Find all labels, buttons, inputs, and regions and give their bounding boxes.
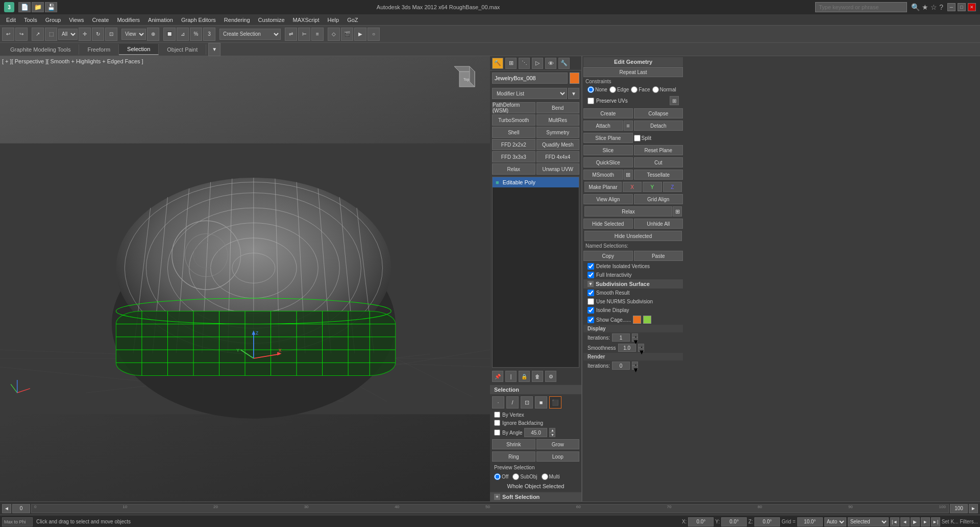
pin-stack-icon[interactable]: 📌 bbox=[492, 371, 503, 382]
material-editor-btn[interactable]: ◇ bbox=[328, 28, 340, 41]
percent-snap-btn[interactable]: % bbox=[190, 28, 202, 41]
go-start-btn[interactable]: |◄ bbox=[890, 517, 899, 526]
make-planar-z-btn[interactable]: Z bbox=[663, 182, 682, 192]
menu-help[interactable]: Help bbox=[324, 16, 344, 24]
close-button[interactable]: ✕ bbox=[968, 3, 976, 11]
tab-object-paint[interactable]: Object Paint bbox=[159, 44, 206, 55]
view-align-btn[interactable]: View Align bbox=[583, 194, 633, 204]
mod-symmetry-btn[interactable]: Symmetry bbox=[536, 127, 580, 138]
snap-btn[interactable]: 🔲 bbox=[163, 28, 176, 41]
cage-color-orange[interactable] bbox=[633, 316, 641, 324]
timeline-next-btn[interactable]: ► bbox=[969, 504, 978, 513]
angle-value-input[interactable] bbox=[524, 428, 547, 437]
new-btn[interactable]: 📄 bbox=[18, 2, 31, 12]
menu-modifiers[interactable]: Modifiers bbox=[113, 16, 144, 24]
mod-bend-btn[interactable]: Bend bbox=[536, 102, 580, 113]
preserve-uvs-checkbox[interactable] bbox=[587, 98, 594, 104]
layer-select[interactable]: All bbox=[58, 29, 78, 40]
msmooth-settings-btn[interactable]: ⊞ bbox=[624, 170, 633, 180]
mod-ffd4x4x4-btn[interactable]: FFD 4x4x4 bbox=[536, 151, 580, 162]
split-checkbox[interactable] bbox=[634, 135, 641, 141]
pivot-btn[interactable]: ⊕ bbox=[147, 28, 159, 41]
attach-btn[interactable]: Attach bbox=[583, 121, 623, 131]
menu-animation[interactable]: Animation bbox=[144, 16, 177, 24]
msmooth-btn[interactable]: MSmooth bbox=[583, 170, 623, 180]
render-iter-down-btn[interactable]: ▼ bbox=[632, 366, 638, 370]
undo-btn[interactable]: ↩ bbox=[2, 28, 14, 41]
make-planar-x-btn[interactable]: X bbox=[623, 182, 642, 192]
angle-snap-btn[interactable]: ⊿ bbox=[177, 28, 189, 41]
bookmark-icon[interactable]: ★ bbox=[922, 3, 928, 11]
menu-customize[interactable]: Customize bbox=[254, 16, 289, 24]
lock-icon[interactable]: 🔒 bbox=[519, 371, 530, 382]
search-input[interactable] bbox=[815, 2, 907, 12]
hide-unselected-btn[interactable]: Hide Unselected bbox=[584, 231, 682, 241]
select-region-btn[interactable]: ⬚ bbox=[45, 28, 57, 41]
quickslice-btn[interactable]: QuickSlice bbox=[583, 157, 633, 167]
slice-btn[interactable]: Slice bbox=[583, 145, 633, 155]
full-interactivity-checkbox[interactable] bbox=[587, 272, 594, 278]
iterations-down-btn[interactable]: ▼ bbox=[632, 338, 638, 342]
menu-group[interactable]: Group bbox=[41, 16, 65, 24]
grid-input[interactable] bbox=[797, 517, 823, 526]
make-planar-y-btn[interactable]: Y bbox=[643, 182, 662, 192]
z-coord-input[interactable] bbox=[754, 517, 780, 526]
minimize-button[interactable]: ─ bbox=[947, 3, 955, 11]
copy-btn[interactable]: Copy bbox=[583, 251, 633, 261]
grid-align-btn[interactable]: Grid Align bbox=[634, 194, 683, 204]
viewport-cube[interactable]: Top bbox=[449, 61, 485, 97]
constraint-edge-radio[interactable] bbox=[609, 86, 616, 93]
relax-btn[interactable]: Relax bbox=[584, 206, 672, 217]
stack-item-editable-poly[interactable]: ■ Editable Poly bbox=[493, 177, 579, 187]
delete-isolated-checkbox[interactable] bbox=[587, 263, 594, 270]
mod-unwrap-btn[interactable]: Unwrap UVW bbox=[536, 163, 580, 175]
render-setup-btn[interactable]: 🎬 bbox=[341, 28, 353, 41]
detach-btn[interactable]: Detach bbox=[634, 121, 683, 131]
subdiv-collapse-btn[interactable]: ▼ bbox=[587, 281, 594, 287]
prev-frame-btn[interactable]: ◄ bbox=[900, 517, 910, 526]
timeline-track[interactable]: 0102030405060708090100 bbox=[31, 504, 949, 513]
shrink-btn[interactable]: Shrink bbox=[492, 439, 535, 449]
preview-multi-radio[interactable] bbox=[542, 473, 548, 480]
delete-modifier-icon[interactable]: 🗑 bbox=[532, 371, 543, 382]
create-btn[interactable]: Create bbox=[583, 108, 633, 118]
ignore-backfacing-checkbox[interactable] bbox=[494, 420, 500, 426]
select-btn[interactable]: ↗ bbox=[32, 28, 44, 41]
layer-mgr-btn[interactable]: ≡ bbox=[311, 28, 324, 41]
next-frame-btn[interactable]: ► bbox=[921, 517, 930, 526]
preserve-uvs-settings-btn[interactable]: ⊞ bbox=[670, 96, 679, 105]
timeline-end-input[interactable] bbox=[950, 504, 968, 513]
constraint-normal-label[interactable]: Normal bbox=[652, 86, 676, 93]
render-iter-up-btn[interactable]: ▲ bbox=[632, 362, 638, 366]
preview-subobj-radio[interactable] bbox=[512, 473, 519, 480]
tessellate-btn[interactable]: Tessellate bbox=[634, 170, 683, 180]
modifier-stack[interactable]: ■ Editable Poly bbox=[492, 177, 579, 368]
selected-select[interactable]: Selected bbox=[848, 517, 889, 526]
preview-off-radio[interactable] bbox=[494, 473, 501, 480]
maximize-button[interactable]: □ bbox=[958, 3, 966, 11]
smoothness-up-btn[interactable]: ▲ bbox=[638, 344, 644, 348]
modifier-panel-icon[interactable]: ⊞ bbox=[505, 58, 517, 69]
polygon-icon[interactable]: ■ bbox=[535, 396, 547, 409]
move-btn[interactable]: ✛ bbox=[79, 28, 91, 41]
star-icon[interactable]: ☆ bbox=[930, 3, 937, 11]
render-btn[interactable]: ▶ bbox=[354, 28, 366, 41]
modifier-list-dropdown[interactable]: Modifier List bbox=[492, 88, 567, 99]
modifier-list-arrow[interactable]: ▼ bbox=[568, 88, 579, 99]
preview-off-label[interactable]: Off bbox=[494, 473, 508, 480]
mod-turbosmooth-btn[interactable]: TurboSmooth bbox=[492, 114, 535, 126]
iterations-up-btn[interactable]: ▲ bbox=[632, 333, 638, 338]
save-btn[interactable]: 💾 bbox=[45, 2, 57, 12]
unhide-all-btn[interactable]: Unhide All bbox=[634, 219, 683, 229]
mod-ffd2x2x2-btn[interactable]: FFD 2x2x2 bbox=[492, 139, 535, 150]
configure-icon[interactable]: ⚙ bbox=[545, 371, 556, 382]
by-vertex-checkbox[interactable] bbox=[494, 412, 500, 418]
element-icon[interactable]: ⬛ bbox=[549, 396, 561, 409]
go-end-btn[interactable]: ►| bbox=[931, 517, 940, 526]
object-color-swatch[interactable] bbox=[570, 73, 579, 84]
isoline-checkbox[interactable] bbox=[587, 307, 594, 314]
preview-subobj-label[interactable]: SubObj bbox=[512, 473, 537, 480]
vertex-icon[interactable]: · bbox=[492, 396, 504, 409]
cut-btn[interactable]: Cut bbox=[634, 157, 683, 167]
motion-panel-icon[interactable]: ▷ bbox=[532, 58, 543, 69]
